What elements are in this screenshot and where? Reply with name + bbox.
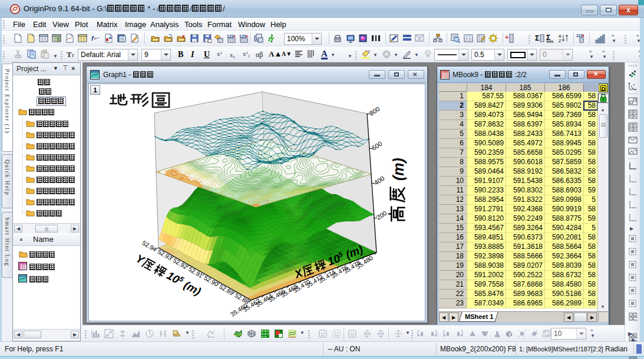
svg-text:Z: Z <box>559 39 562 43</box>
svg-text:52.94: 52.94 <box>141 239 158 253</box>
svg-text:400: 400 <box>373 175 386 187</box>
svg-text:600: 600 <box>371 140 384 152</box>
svg-text:200: 200 <box>375 210 388 221</box>
svg-text:+: + <box>505 34 508 41</box>
svg-text:123: 123 <box>576 34 583 38</box>
svg-text:r: r <box>72 51 74 58</box>
svg-text:A: A <box>559 34 562 38</box>
svg-text:Σ: Σ <box>535 34 539 42</box>
svg-text:Σ: Σ <box>546 34 550 42</box>
svg-text:123: 123 <box>239 34 246 38</box>
svg-text:800: 800 <box>368 105 381 117</box>
svg-text:123: 123 <box>227 34 234 38</box>
svg-text:T: T <box>67 50 72 59</box>
svg-text:Y: Y <box>134 252 147 267</box>
svg-text:f: f <box>91 35 94 42</box>
svg-text:(m): (m) <box>390 158 407 181</box>
